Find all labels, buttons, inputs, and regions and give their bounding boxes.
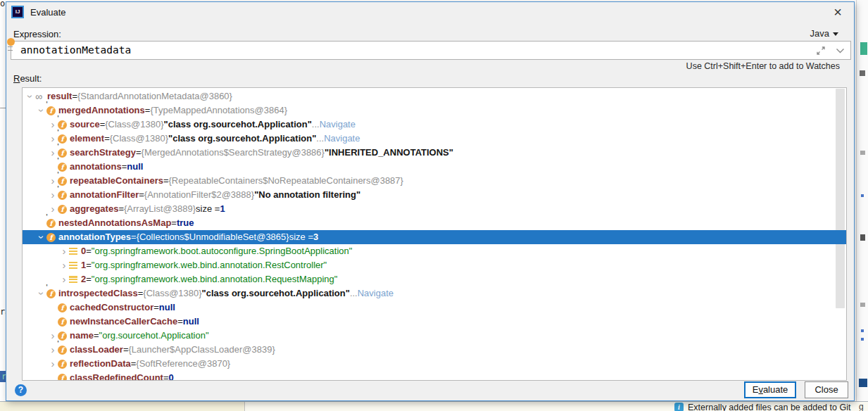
chevron-collapsed-icon[interactable]: › bbox=[48, 329, 58, 343]
intention-bulb-icon[interactable] bbox=[7, 38, 15, 46]
final-field-icon: f bbox=[58, 174, 70, 188]
field-icon: f bbox=[58, 357, 70, 371]
chevron-collapsed-icon[interactable]: › bbox=[59, 258, 69, 272]
info-icon: i bbox=[674, 403, 684, 411]
tree-row-reflectionData[interactable]: ›freflectionData = {SoftReference@3870} bbox=[23, 357, 846, 371]
navigate-link[interactable]: Navigate bbox=[320, 118, 356, 132]
tree-row-annotations[interactable]: fannotations = null bbox=[23, 160, 846, 174]
row-text: size = bbox=[289, 230, 313, 244]
row-text: annotations bbox=[70, 160, 122, 174]
git-notification[interactable]: i Externally added files can be added to… bbox=[674, 403, 850, 411]
final-field-icon: f bbox=[58, 343, 70, 357]
notification-text: Externally added files can be added to G… bbox=[688, 403, 850, 411]
tree-row-annotationFilter[interactable]: ›fannotationFilter = {AnnotationFilter$2… bbox=[23, 188, 846, 202]
row-text: null bbox=[159, 301, 175, 315]
tree-row-source[interactable]: ›fsource = {Class@1380} "class org.sourc… bbox=[23, 118, 846, 132]
chevron-collapsed-icon[interactable]: › bbox=[48, 343, 58, 357]
tree-row-mergedAnnotations[interactable]: ›fmergedAnnotations = {TypeMappedAnnotat… bbox=[23, 103, 846, 118]
background-bottom-strip: i Externally added files can be added to… bbox=[0, 401, 868, 411]
tree-row-repeatableContainers[interactable]: ›frepeatableContainers = {RepeatableCont… bbox=[23, 174, 846, 188]
row-text: = bbox=[131, 230, 137, 244]
expression-input[interactable]: annotationMetadata bbox=[11, 41, 851, 60]
navigate-link[interactable]: Navigate bbox=[324, 132, 360, 146]
expression-value: annotationMetadata bbox=[20, 44, 131, 56]
row-text: 1 bbox=[220, 202, 225, 216]
chevron-collapsed-icon[interactable]: › bbox=[48, 174, 58, 188]
row-text: "org.sourcehot.Application" bbox=[99, 329, 209, 343]
row-text: {StandardAnnotationMetadata@3860} bbox=[77, 89, 232, 103]
tree-row-name[interactable]: ›fname = "org.sourcehot.Application" bbox=[23, 329, 846, 343]
row-text: true bbox=[177, 216, 194, 230]
final-field-icon: f bbox=[58, 146, 70, 160]
result-label: Result: bbox=[13, 73, 42, 84]
expand-editor-icon[interactable] bbox=[816, 46, 826, 56]
dialog-titlebar[interactable]: IJ Evaluate × bbox=[6, 2, 854, 23]
gutter-mark bbox=[861, 194, 864, 197]
row-text: 0 bbox=[81, 244, 86, 258]
final-field-icon: f bbox=[46, 216, 58, 230]
row-text: = bbox=[118, 202, 124, 216]
row-text: {RepeatableContainers$NoRepeatableContai… bbox=[169, 174, 403, 188]
row-text: = bbox=[163, 371, 169, 381]
chevron-collapsed-icon[interactable]: › bbox=[48, 132, 58, 146]
tree-row-searchStrategy[interactable]: ›fsearchStrategy = {MergedAnnotations$Se… bbox=[23, 146, 846, 160]
row-text: size = bbox=[196, 202, 220, 216]
help-button[interactable]: ? bbox=[15, 384, 27, 396]
row-text: = bbox=[123, 343, 129, 357]
result-tree[interactable]: ›∞result = {StandardAnnotationMetadata@3… bbox=[22, 87, 847, 381]
row-text: nestedAnnotationsAsMap bbox=[58, 216, 171, 230]
tree-row-1[interactable]: ›1 = "org.springframework.web.bind.annot… bbox=[23, 258, 846, 272]
row-text: {Class@1380} bbox=[105, 118, 163, 132]
row-text: "org.springframework.boot.autoconfigure.… bbox=[92, 244, 353, 258]
row-text: {Class@1380} bbox=[110, 132, 168, 146]
dialog-title: Evaluate bbox=[30, 7, 66, 18]
intellij-logo-icon: IJ bbox=[11, 6, 24, 18]
close-icon[interactable]: × bbox=[829, 4, 847, 20]
background-glyph: g bbox=[859, 402, 864, 411]
tree-row-aggregates[interactable]: ›faggregates = {ArrayList@3889} size = 1 bbox=[23, 202, 846, 216]
row-text: introspectedClass bbox=[58, 286, 138, 301]
row-text: "class org.sourcehot.Application" bbox=[164, 118, 312, 132]
tree-row-2[interactable]: ›2 = "org.springframework.web.bind.annot… bbox=[23, 272, 846, 286]
tree-row-annotationTypes[interactable]: ›fannotationTypes = {Collections$Unmodif… bbox=[23, 230, 846, 244]
tree-row-nestedAnnotationsAsMap[interactable]: fnestedAnnotationsAsMap = true bbox=[23, 216, 846, 230]
chevron-collapsed-icon[interactable]: › bbox=[48, 188, 58, 202]
chevron-collapsed-icon[interactable]: › bbox=[59, 272, 69, 286]
row-text: searchStrategy bbox=[70, 146, 136, 160]
tree-row-cachedConstructor[interactable]: fcachedConstructor = null bbox=[23, 301, 846, 315]
chevron-collapsed-icon[interactable]: › bbox=[48, 202, 58, 216]
tree-row-element[interactable]: ›felement = {Class@1380} "class org.sour… bbox=[23, 132, 846, 146]
tree-row-result[interactable]: ›∞result = {StandardAnnotationMetadata@3… bbox=[23, 89, 846, 103]
row-text: null bbox=[127, 160, 143, 174]
chevron-collapsed-icon[interactable]: › bbox=[59, 244, 69, 258]
tree-row-introspectedClass[interactable]: ›fintrospectedClass = {Class@1380} "clas… bbox=[23, 286, 846, 301]
row-text: = bbox=[72, 89, 77, 103]
row-text: 1 bbox=[81, 258, 86, 272]
tree-row-newInstanceCallerCache[interactable]: fnewInstanceCallerCache = null bbox=[23, 315, 846, 329]
expression-label: Expression: bbox=[13, 29, 61, 39]
tree-row-classRedefinedCount[interactable]: fclassRedefinedCount = 0 bbox=[23, 371, 846, 381]
row-text: {ArrayList@3889} bbox=[124, 202, 196, 216]
language-selector[interactable]: Java bbox=[810, 28, 838, 39]
row-text: "INHERITED_ANNOTATIONS" bbox=[325, 146, 453, 160]
row-text: newInstanceCallerCache bbox=[70, 315, 177, 329]
chevron-collapsed-icon[interactable]: › bbox=[48, 146, 58, 160]
evaluate-button[interactable]: Evaluate bbox=[744, 381, 796, 398]
chevron-collapsed-icon[interactable]: › bbox=[48, 357, 58, 371]
field-icon: f bbox=[58, 202, 70, 216]
row-text: = bbox=[94, 329, 99, 343]
row-text: = bbox=[171, 216, 177, 230]
row-text: = bbox=[104, 132, 110, 146]
row-text: {MergedAnnotations$SearchStrategy@3886} bbox=[141, 146, 325, 160]
tree-row-0[interactable]: ›0 = "org.springframework.boot.autoconfi… bbox=[23, 244, 846, 258]
row-text: = bbox=[100, 118, 106, 132]
chevron-collapsed-icon[interactable]: › bbox=[48, 118, 58, 132]
tree-row-classLoader[interactable]: ›fclassLoader = {Launcher$AppClassLoader… bbox=[23, 343, 846, 357]
close-button[interactable]: Close bbox=[805, 381, 848, 398]
row-text: repeatableContainers bbox=[70, 174, 163, 188]
history-chevron-icon[interactable] bbox=[836, 48, 845, 54]
row-text: reflectionData bbox=[70, 357, 131, 371]
row-text: = bbox=[86, 244, 92, 258]
final-field-icon: f bbox=[46, 286, 58, 301]
navigate-link[interactable]: Navigate bbox=[358, 286, 394, 301]
